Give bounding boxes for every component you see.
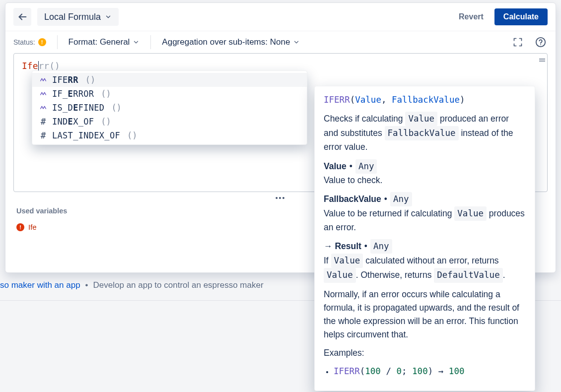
fullscreen-icon xyxy=(513,37,523,47)
used-variable-name: Ife xyxy=(28,223,37,231)
doc-result-header: → Result•Any If Value calculated without… xyxy=(324,239,526,282)
chevron-down-icon xyxy=(133,39,140,46)
back-button[interactable] xyxy=(13,8,31,26)
status-label: Status: xyxy=(13,38,35,46)
function-icon xyxy=(39,90,47,98)
function-doc-panel: IFERR(Value, FallbackValue) Checks if ca… xyxy=(314,86,535,391)
doc-examples-label: Examples: xyxy=(324,346,526,360)
calculate-button[interactable]: Calculate xyxy=(494,8,548,25)
function-icon xyxy=(39,104,47,112)
autocomplete-popup: IFERR () IF_ERROR () IS_DE xyxy=(32,70,307,145)
help-button[interactable] xyxy=(534,35,548,49)
panel-header: Local Formula Revert Calculate xyxy=(5,3,556,31)
editor-toolbar: Status: ! Format: General Aggregation ov… xyxy=(5,31,556,53)
doc-summary: Checks if calculating Value produced an … xyxy=(324,112,526,154)
doc-note: Normally, if an error occurs while calcu… xyxy=(324,288,526,342)
chevron-down-icon xyxy=(105,13,112,20)
background-link[interactable]: so maker with an app xyxy=(0,280,80,290)
autocomplete-item[interactable]: # INDEX_OF () xyxy=(32,115,307,129)
hash-icon: # xyxy=(39,131,47,140)
status-warning-icon: ! xyxy=(38,38,46,46)
autocomplete-item[interactable]: # LAST_INDEX_OF () xyxy=(32,129,307,142)
hash-icon: # xyxy=(39,117,47,127)
aggregation-dropdown[interactable]: Aggregation over sub-items: None xyxy=(162,37,300,47)
help-icon xyxy=(535,37,546,48)
aggregation-label: Aggregation over sub-items: None xyxy=(162,37,290,47)
formula-title-label: Local Formula xyxy=(44,12,101,22)
doc-examples: IFERR(100 / 0; 100) → 100 xyxy=(334,365,526,378)
doc-signature: IFERR(Value, FallbackValue) xyxy=(324,93,526,107)
autocomplete-item[interactable]: IFERR () xyxy=(32,73,307,87)
svg-point-1 xyxy=(536,38,545,47)
autocomplete-item[interactable]: IS_DEFINED () xyxy=(32,101,307,115)
revert-button[interactable]: Revert xyxy=(454,8,489,25)
chevron-down-icon xyxy=(293,39,300,46)
fullscreen-button[interactable] xyxy=(511,35,525,49)
autocomplete-item[interactable]: IF_ERROR () xyxy=(32,87,307,101)
doc-value-header: Value•Any Value to check. xyxy=(324,159,526,187)
editor-typed-text: Ife xyxy=(22,61,38,71)
editor-ghost-text: rr() xyxy=(39,61,60,71)
background-trail: Develop an app to control an espresso ma… xyxy=(93,280,264,290)
format-dropdown[interactable]: Format: General xyxy=(69,37,140,47)
function-icon xyxy=(39,76,47,84)
error-icon: ! xyxy=(16,223,24,231)
format-label: Format: General xyxy=(69,37,130,47)
arrow-left-icon xyxy=(17,11,28,22)
doc-fallback-header: FallbackValue•Any Value to be returned i… xyxy=(324,192,526,234)
formula-title-dropdown[interactable]: Local Formula xyxy=(37,8,119,26)
